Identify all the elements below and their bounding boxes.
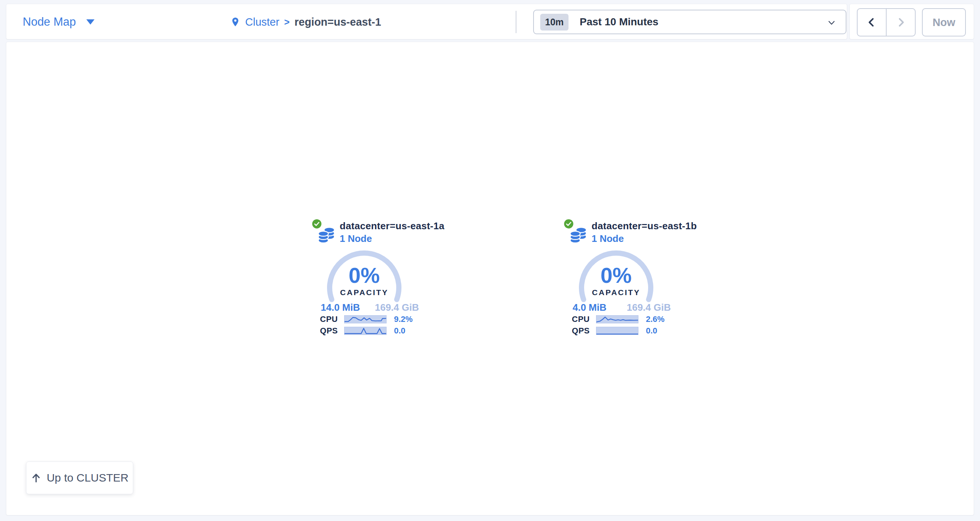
cpu-value: 9.2% [394,314,413,324]
cpu-sparkline-chart [344,315,387,323]
capacity-used: 14.0 MiB [321,302,360,313]
locality-card-us-east-1a[interactable]: datacenter=us-east-1a 1 Node 0% CAPACITY… [312,216,442,344]
time-step-back-button[interactable] [858,9,887,36]
capacity-total: 169.4 GiB [627,302,671,313]
capacity-percent: 0% [575,263,657,288]
time-step-group [857,8,916,37]
now-button[interactable]: Now [922,8,966,37]
cpu-metric-row: CPU 2.6% [564,315,694,323]
up-to-cluster-button[interactable]: Up to CLUSTER [26,462,133,494]
breadcrumb-current: region=us-east-1 [294,16,381,28]
cpu-label: CPU [312,314,338,324]
time-nav-bar: Now [850,4,974,40]
time-range-dropdown[interactable]: 10m Past 10 Minutes [533,10,846,34]
database-stack-icon [570,226,587,244]
capacity-values: 4.0 MiB 169.4 GiB [573,302,671,313]
capacity-values: 14.0 MiB 169.4 GiB [321,302,419,313]
capacity-percent: 0% [323,263,405,288]
qps-metric-row: QPS 0.0 [564,327,694,335]
header-divider [515,11,516,33]
chevron-left-icon [866,17,877,28]
chevron-down-icon [826,18,837,28]
time-range-label: Past 10 Minutes [580,16,659,28]
qps-value: 0.0 [394,326,406,336]
time-range-badge: 10m [540,14,568,30]
locality-name: datacenter=us-east-1b [592,220,697,232]
locality-node-count: 1 Node [592,233,624,244]
capacity-used: 4.0 MiB [573,302,606,313]
qps-sparkline-chart [344,327,387,335]
cpu-metric-row: CPU 9.2% [312,315,442,323]
breadcrumb-cluster-link[interactable]: Cluster [245,16,279,28]
locality-node-count: 1 Node [340,233,372,244]
locality-card-us-east-1b[interactable]: datacenter=us-east-1b 1 Node 0% CAPACITY… [564,216,694,344]
breadcrumb: Cluster > region=us-east-1 [230,4,381,40]
node-map-canvas [6,42,974,515]
qps-sparkline-chart [596,327,638,335]
qps-metric-row: QPS 0.0 [312,327,442,335]
capacity-total: 169.4 GiB [375,302,419,313]
header-bar: Node Map Cluster > region=us-east-1 10m … [6,4,847,40]
view-selector-label: Node Map [23,15,76,29]
capacity-label: CAPACITY [575,288,657,297]
cpu-label: CPU [564,314,590,324]
database-stack-icon [318,226,336,244]
map-pin-icon [230,15,240,29]
up-to-cluster-label: Up to CLUSTER [46,472,128,484]
cpu-sparkline-chart [596,315,638,323]
qps-value: 0.0 [646,326,657,336]
qps-label: QPS [312,326,338,336]
chevron-right-icon [895,17,906,28]
breadcrumb-separator: > [284,17,290,27]
cpu-value: 2.6% [646,314,665,324]
locality-name: datacenter=us-east-1a [340,220,445,232]
arrow-up-icon [30,472,42,483]
capacity-label: CAPACITY [323,288,405,297]
view-selector-dropdown[interactable]: Node Map [23,4,94,40]
qps-label: QPS [564,326,590,336]
caret-down-icon [86,19,94,25]
time-step-forward-button[interactable] [887,9,915,36]
